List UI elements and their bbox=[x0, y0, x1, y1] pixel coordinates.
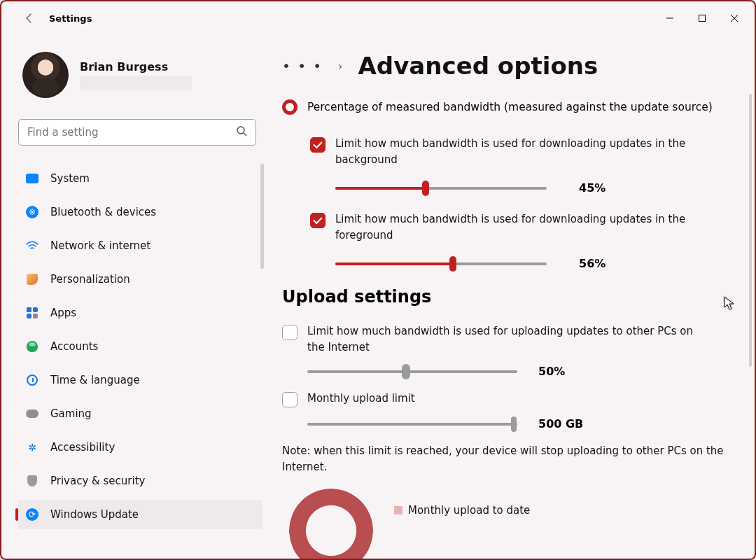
search-icon bbox=[236, 125, 247, 139]
content-scrollbar[interactable] bbox=[749, 94, 752, 367]
legend-swatch bbox=[394, 506, 402, 514]
user-name: Brian Burgess bbox=[80, 60, 192, 74]
slider-fg-bandwidth[interactable] bbox=[335, 258, 547, 270]
radio-label: Percentage of measured bandwidth (measur… bbox=[307, 101, 713, 113]
upload-donut-chart bbox=[289, 489, 373, 560]
radio-percentage-bandwidth[interactable] bbox=[282, 99, 298, 115]
back-button[interactable] bbox=[22, 11, 36, 25]
titlebar: Settings bbox=[1, 1, 755, 35]
fg-percent-value: 56% bbox=[579, 257, 621, 270]
sidebar-item-apps[interactable]: Apps bbox=[18, 298, 262, 328]
sidebar-item-accounts[interactable]: Accounts bbox=[18, 332, 262, 361]
wifi-icon bbox=[25, 239, 39, 253]
bg-percent-value: 45% bbox=[579, 181, 621, 195]
sidebar-item-network[interactable]: Network & internet bbox=[18, 231, 262, 260]
sidebar-item-personalization[interactable]: Personalization bbox=[18, 265, 262, 294]
sidebar-item-label: Apps bbox=[50, 307, 76, 319]
close-button[interactable] bbox=[718, 7, 750, 29]
active-indicator bbox=[15, 508, 18, 521]
sidebar-item-accessibility[interactable]: ✲Accessibility bbox=[18, 433, 262, 462]
sidebar-item-label: System bbox=[50, 172, 90, 185]
maximize-button[interactable] bbox=[686, 7, 718, 29]
chevron-right-icon: › bbox=[338, 59, 342, 73]
slider-upload-bandwidth[interactable] bbox=[307, 365, 517, 378]
sidebar-item-label: Time & language bbox=[50, 374, 140, 386]
upload-heading: Upload settings bbox=[282, 287, 729, 307]
slider-bg-bandwidth[interactable] bbox=[335, 182, 547, 195]
shield-icon bbox=[25, 474, 39, 488]
checkbox-monthly-label: Monthly upload limit bbox=[307, 391, 415, 407]
person-icon bbox=[25, 340, 39, 354]
sidebar-item-time[interactable]: Time & language bbox=[18, 365, 262, 395]
sidebar-item-bluetooth[interactable]: ※Bluetooth & devices bbox=[18, 197, 262, 227]
nav-list: System ※Bluetooth & devices Network & in… bbox=[18, 164, 262, 529]
svg-line-5 bbox=[244, 133, 246, 136]
sidebar-item-windows-update[interactable]: ⟳Windows Update bbox=[18, 500, 262, 529]
user-email-masked bbox=[80, 76, 192, 90]
checkbox-upload-bw-label: Limit how much bandwidth is used for upl… bbox=[307, 323, 706, 355]
breadcrumb-more-icon[interactable]: • • • bbox=[282, 57, 323, 74]
gamepad-icon bbox=[25, 407, 39, 421]
checkbox-upload-bw-limit[interactable] bbox=[282, 325, 298, 340]
checkbox-bg-limit[interactable] bbox=[310, 137, 326, 153]
minimize-button[interactable] bbox=[654, 7, 686, 29]
brush-icon bbox=[25, 272, 39, 286]
svg-point-4 bbox=[237, 127, 244, 134]
account-header[interactable]: Brian Burgess bbox=[22, 52, 262, 98]
legend-label: Monthly upload to date bbox=[408, 504, 530, 517]
monitor-icon bbox=[25, 172, 39, 186]
accessibility-icon: ✲ bbox=[25, 440, 39, 454]
sidebar-item-privacy[interactable]: Privacy & security bbox=[18, 466, 262, 496]
upload-note: Note: when this limit is reached, your d… bbox=[282, 443, 729, 475]
apps-icon bbox=[25, 306, 39, 320]
sidebar-item-label: Bluetooth & devices bbox=[50, 206, 156, 218]
breadcrumb: • • • › Advanced options bbox=[282, 52, 729, 80]
monthly-limit-value: 500 GB bbox=[538, 417, 583, 430]
search-box[interactable] bbox=[18, 119, 256, 146]
search-input[interactable] bbox=[27, 126, 236, 139]
sidebar-item-system[interactable]: System bbox=[18, 164, 262, 193]
sidebar-item-gaming[interactable]: Gaming bbox=[18, 399, 262, 428]
sidebar-item-label: Gaming bbox=[50, 407, 92, 420]
app-title: Settings bbox=[49, 13, 92, 24]
slider-monthly-limit[interactable] bbox=[307, 418, 517, 430]
checkbox-fg-limit[interactable] bbox=[310, 213, 326, 228]
checkbox-monthly-limit[interactable] bbox=[282, 392, 298, 407]
sidebar-item-label: Network & internet bbox=[50, 239, 150, 252]
upload-percent-value: 50% bbox=[538, 365, 580, 378]
sidebar-item-label: Privacy & security bbox=[50, 475, 145, 487]
sidebar: Brian Burgess System ※Bluetooth & device… bbox=[1, 35, 271, 560]
checkbox-bg-label: Limit how much bandwidth is used for dow… bbox=[335, 136, 699, 167]
sidebar-item-label: Accessibility bbox=[50, 441, 115, 454]
bluetooth-icon: ※ bbox=[25, 205, 39, 219]
sidebar-item-label: Personalization bbox=[50, 273, 130, 286]
sidebar-item-label: Accounts bbox=[50, 340, 98, 353]
content-panel: • • • › Advanced options Percentage of m… bbox=[271, 35, 755, 560]
clock-icon bbox=[25, 373, 39, 387]
svg-rect-1 bbox=[699, 15, 706, 22]
checkbox-fg-label: Limit how much bandwidth is used for dow… bbox=[335, 211, 699, 243]
avatar bbox=[22, 52, 69, 98]
sidebar-item-label: Windows Update bbox=[50, 508, 139, 521]
update-icon: ⟳ bbox=[25, 507, 39, 522]
nav-scrollbar[interactable] bbox=[260, 164, 264, 269]
page-title: Advanced options bbox=[358, 52, 598, 80]
